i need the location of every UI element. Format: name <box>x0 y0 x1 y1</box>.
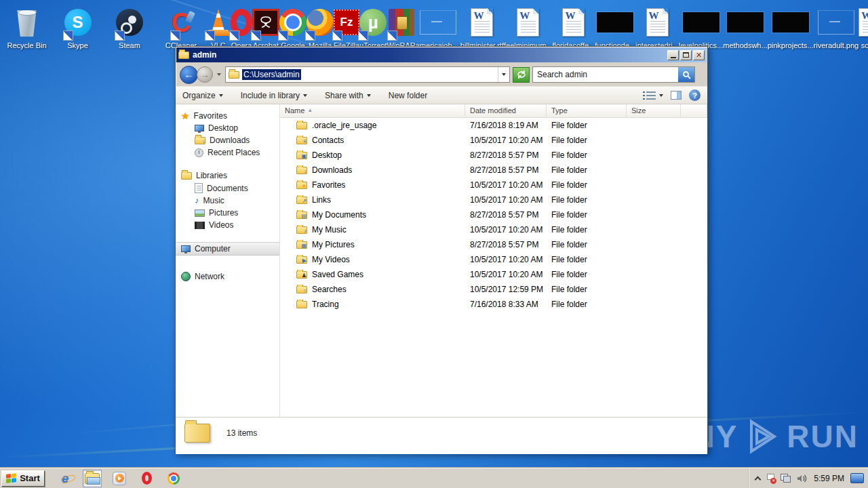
taskbar: Start e 5:59 PM <box>0 468 868 488</box>
window-folder-icon <box>178 52 189 59</box>
minimize-button[interactable] <box>667 50 679 60</box>
close-icon: ✕ <box>696 52 702 59</box>
watermark-run-text: RUN <box>787 418 859 455</box>
maximize-button[interactable] <box>680 50 692 60</box>
nav-item-desktop[interactable]: Desktop <box>176 122 279 134</box>
desktop-icon-methodswh[interactable]: methodswh... <box>723 3 767 68</box>
include-in-library-button[interactable]: Include in library <box>241 91 307 100</box>
history-dropdown-icon[interactable] <box>217 73 221 76</box>
file-name: My Videos <box>312 255 350 264</box>
search-button[interactable] <box>678 67 694 82</box>
video-thumbnail-icon <box>597 12 633 33</box>
forward-button[interactable]: → <box>197 66 213 83</box>
desktop-icon-recycle-bin[interactable]: Recycle Bin <box>1 3 52 68</box>
nav-item-recent-places[interactable]: Recent Places <box>176 146 279 159</box>
file-row[interactable]: ♟Saved Games10/5/2017 10:20 AMFile folde… <box>280 267 707 282</box>
anyrun-play-icon <box>743 418 781 455</box>
speaker-icon[interactable] <box>797 474 808 483</box>
nav-item-pictures[interactable]: Pictures <box>176 207 279 219</box>
steam-icon <box>116 9 143 36</box>
action-center-flag-icon[interactable] <box>766 474 774 483</box>
file-name: Saved Games <box>312 270 363 279</box>
firefox-icon <box>307 9 334 36</box>
show-desktop-button[interactable] <box>850 473 864 483</box>
network-globe-icon <box>181 272 191 281</box>
taskbar-chrome[interactable] <box>164 470 183 487</box>
tray-expand-icon[interactable] <box>755 476 762 483</box>
document-icon <box>195 183 203 193</box>
file-row[interactable]: ▣Desktop8/27/2018 5:57 PMFile folder <box>280 148 707 163</box>
column-header-date-modified[interactable]: Date modified <box>465 104 547 117</box>
column-header-extra[interactable] <box>681 104 707 117</box>
taskbar-internet-explorer[interactable]: e <box>56 470 75 487</box>
back-button[interactable]: ← <box>180 66 198 84</box>
desktop-icon-skype[interactable]: SSkype <box>52 3 103 68</box>
nav-item-computer[interactable]: Computer <box>176 242 279 256</box>
navigation-pane: ★Favorites Desktop ↓Downloads Recent Pla… <box>176 104 280 417</box>
organize-button[interactable]: Organize <box>182 91 223 100</box>
preview-pane-button[interactable] <box>671 91 682 100</box>
ccleaner-icon: C <box>172 9 191 36</box>
file-row[interactable]: ▦My Pictures8/27/2018 5:57 PMFile folder <box>280 237 707 252</box>
network-tray-icon[interactable] <box>781 474 791 483</box>
nav-item-documents[interactable]: Documents <box>176 182 279 195</box>
window-title: admin <box>193 50 666 60</box>
nav-item-network[interactable]: Network <box>176 270 279 283</box>
taskbar-opera[interactable] <box>137 470 156 487</box>
column-header-name[interactable]: Name▲ <box>280 104 465 117</box>
views-button[interactable] <box>646 92 663 100</box>
desktop-icon-scien[interactable]: Wscien <box>859 3 868 68</box>
taskbar-windows-explorer[interactable] <box>83 470 102 487</box>
file-row[interactable]: .oracle_jre_usage7/16/2018 8:19 AMFile f… <box>280 118 707 133</box>
nav-group-favorites[interactable]: ★Favorites <box>176 110 279 122</box>
help-button[interactable]: ? <box>689 89 701 101</box>
nav-group-libraries[interactable]: Libraries <box>176 169 279 182</box>
file-row[interactable]: ▤My Documents8/27/2018 5:57 PMFile folde… <box>280 207 707 222</box>
word-doc-icon: W <box>562 8 585 37</box>
file-name: Favorites <box>312 180 345 190</box>
opera-icon <box>231 9 252 36</box>
file-row[interactable]: Tracing7/16/2018 8:33 AMFile folder <box>280 297 707 312</box>
title-bar[interactable]: admin ✕ <box>176 47 707 62</box>
status-bar: 13 items <box>176 417 707 454</box>
taskbar-media-player[interactable] <box>110 470 129 487</box>
search-input[interactable] <box>533 70 678 79</box>
desktop-icon-pinkprojects[interactable]: pinkprojects... <box>768 3 814 68</box>
column-header-size[interactable]: Size <box>627 104 681 117</box>
nav-item-music[interactable]: ♪Music <box>176 195 279 207</box>
folder-icon <box>296 301 307 308</box>
column-header-type[interactable]: Type <box>547 104 627 117</box>
desktop-icon-riveradult[interactable]: riveradult.png <box>814 3 859 68</box>
file-row[interactable]: ↓Downloads8/27/2018 5:57 PMFile folder <box>280 163 707 178</box>
file-type: File folder <box>547 300 627 309</box>
file-type: File folder <box>547 210 627 220</box>
minimize-icon <box>671 57 676 58</box>
file-row[interactable]: ≡Contacts10/5/2017 10:20 AMFile folder <box>280 133 707 148</box>
start-button[interactable]: Start <box>1 470 45 487</box>
nav-item-videos[interactable]: Videos <box>176 219 279 231</box>
file-row[interactable]: ★Favorites10/5/2017 10:20 AMFile folder <box>280 178 707 192</box>
file-date: 7/16/2018 8:33 AM <box>465 300 547 309</box>
folder-icon <box>296 122 307 129</box>
word-doc-icon: W <box>471 8 493 37</box>
image-thumbnail-icon <box>420 10 456 35</box>
share-with-button[interactable]: Share with <box>325 91 371 100</box>
file-row[interactable]: ▶My Videos10/5/2017 10:20 AMFile folder <box>280 252 707 267</box>
explorer-folder-icon <box>85 473 100 484</box>
file-type: File folder <box>547 255 627 264</box>
media-player-icon <box>113 472 126 485</box>
clock[interactable]: 5:59 PM <box>814 474 844 483</box>
file-date: 10/5/2017 10:20 AM <box>465 180 547 190</box>
close-button[interactable]: ✕ <box>693 50 705 60</box>
address-dropdown-button[interactable] <box>498 67 509 82</box>
refresh-button[interactable] <box>513 67 530 83</box>
new-folder-button[interactable]: New folder <box>389 91 427 100</box>
address-input[interactable]: C:\Users\admin <box>225 66 510 83</box>
winrar-icon <box>389 9 414 36</box>
file-row[interactable]: ♪My Music10/5/2017 10:20 AMFile folder <box>280 222 707 237</box>
file-row[interactable]: ○Searches10/5/2017 12:59 PMFile folder <box>280 282 707 297</box>
desktop-icon-steam[interactable]: Steam <box>103 3 156 68</box>
nav-item-downloads[interactable]: ↓Downloads <box>176 134 279 146</box>
item-count: 13 items <box>226 428 257 438</box>
file-row[interactable]: ↗Links10/5/2017 10:20 AMFile folder <box>280 192 707 207</box>
